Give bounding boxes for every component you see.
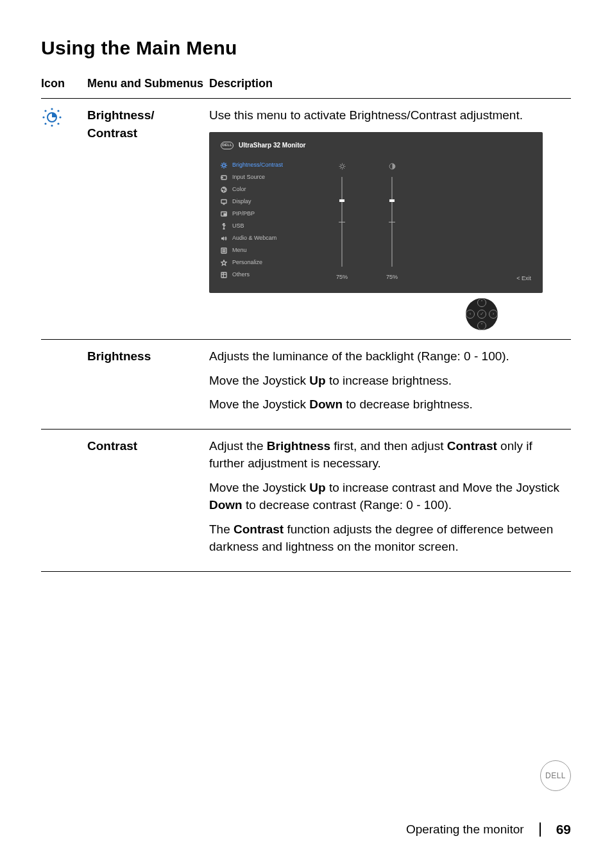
osd-menu-label: Brightness/Contrast (232, 161, 283, 169)
svg-point-6 (57, 110, 59, 112)
main-menu-table: Icon Menu and Submenus Description (41, 72, 571, 572)
osd-menu-label: Display (232, 197, 251, 206)
svg-point-2 (51, 124, 53, 126)
chevron-right-icon: › (489, 310, 498, 319)
col-header-desc: Description (209, 72, 571, 99)
svg-point-21 (223, 187, 224, 188)
osd-menu-item: Display (221, 196, 317, 208)
svg-point-4 (59, 116, 61, 118)
chevron-left-icon: ‹ (466, 310, 475, 319)
svg-line-14 (222, 163, 223, 163)
svg-point-5 (44, 110, 46, 112)
menu-brightness-contrast: Brightness/ Contrast (87, 99, 209, 340)
desc-brightness-2: Move the Joystick Up to increase brightn… (209, 372, 566, 390)
menu-contrast: Contrast (87, 429, 209, 571)
svg-point-24 (222, 190, 223, 190)
usb-icon (221, 223, 227, 230)
svg-marker-33 (221, 237, 224, 240)
osd-menu-label: Personalize (232, 258, 262, 267)
osd-menu-item: Color (221, 183, 317, 196)
osd-brightness-slider: 75% (336, 163, 348, 281)
chevron-up-icon: ˄ (477, 298, 486, 307)
svg-rect-25 (221, 199, 226, 203)
joystick-icon: ˄ ˅ ‹ › ✓ (466, 298, 498, 330)
osd-menu-item: Others (221, 269, 317, 281)
others-icon (221, 272, 227, 278)
osd-menu-label: Menu (232, 246, 247, 255)
osd-contrast-slider: 75% (386, 163, 398, 281)
svg-line-15 (225, 167, 226, 167)
osd-menu-item: Input Source (221, 171, 317, 183)
svg-point-1 (51, 108, 53, 110)
osd-menu-item: USB (221, 220, 317, 232)
desc-contrast-1: Adjust the Brightness first, and then ad… (209, 437, 566, 472)
dell-logo-icon: DELL (221, 142, 234, 149)
osd-contrast-value: 75% (386, 273, 398, 281)
desc-brightness-1: Adjusts the luminance of the backlight (… (209, 347, 566, 365)
star-icon (221, 260, 227, 266)
audio-icon (221, 235, 227, 242)
desc-contrast-2: Move the Joystick Up to increase contras… (209, 479, 566, 514)
input-icon (221, 174, 227, 181)
sun-outline-icon (339, 163, 346, 171)
display-icon (221, 199, 227, 205)
osd-menu-label: USB (232, 222, 244, 230)
table-row: Contrast Adjust the Brightness first, an… (41, 429, 571, 571)
osd-menu-item: Audio & Webcam (221, 232, 317, 244)
osd-menu-list: Brightness/Contrast Input Source Color D… (221, 159, 317, 281)
svg-line-50 (339, 168, 340, 169)
svg-point-23 (225, 190, 225, 191)
col-header-icon: Icon (41, 72, 87, 99)
contrast-circle-icon (389, 163, 396, 171)
sun-icon (221, 162, 227, 169)
svg-line-16 (225, 163, 226, 163)
brightness-contrast-icon (41, 117, 63, 131)
osd-menu-label: Input Source (232, 173, 265, 181)
chevron-down-icon: ˅ (477, 321, 486, 330)
svg-line-48 (343, 168, 344, 169)
footer-section: Operating the monitor (406, 822, 524, 837)
table-row: Brightness/ Contrast Use this menu to ac… (41, 99, 571, 340)
svg-line-49 (343, 164, 344, 165)
svg-rect-29 (224, 213, 226, 215)
osd-screenshot: DELL UltraSharp 32 Monitor Brightness/Co… (209, 132, 543, 294)
osd-exit-label: < Exit (516, 274, 531, 283)
osd-menu-item: Menu (221, 244, 317, 256)
check-icon: ✓ (477, 310, 486, 319)
color-icon (221, 187, 227, 193)
osd-menu-label: PIP/PBP (232, 210, 255, 218)
osd-title: UltraSharp 32 Monitor (239, 141, 305, 151)
svg-point-7 (44, 122, 46, 124)
svg-line-17 (222, 167, 223, 167)
svg-line-47 (339, 164, 340, 165)
dell-badge-icon: DELL (540, 760, 571, 791)
svg-point-32 (223, 228, 225, 230)
svg-point-31 (223, 223, 225, 224)
svg-point-22 (225, 188, 226, 189)
svg-rect-39 (221, 272, 226, 278)
desc-brightness-contrast-intro: Use this menu to activate Brightness/Con… (209, 106, 566, 124)
svg-point-3 (42, 116, 44, 118)
desc-contrast-3: The Contrast function adjusts the degree… (209, 521, 566, 556)
menu-brightness: Brightness (87, 340, 209, 430)
col-header-menu: Menu and Submenus (87, 72, 209, 99)
svg-marker-38 (221, 260, 226, 265)
osd-menu-label: Others (232, 271, 250, 279)
table-row: Brightness Adjusts the luminance of the … (41, 340, 571, 430)
svg-point-9 (223, 163, 226, 167)
osd-menu-item: Personalize (221, 256, 317, 269)
osd-menu-item: PIP/PBP (221, 208, 317, 220)
svg-point-8 (57, 122, 59, 124)
osd-menu-label: Color (232, 185, 246, 194)
page-title: Using the Main Menu (41, 37, 571, 59)
menu-icon (221, 247, 227, 254)
footer-page-number: 69 (556, 822, 571, 837)
osd-menu-label: Audio & Webcam (232, 234, 276, 242)
page-footer: Operating the monitor 69 (406, 822, 571, 837)
osd-brightness-value: 75% (336, 273, 348, 281)
svg-point-42 (341, 165, 344, 168)
footer-separator (540, 822, 541, 837)
pip-icon (221, 211, 227, 217)
desc-brightness-3: Move the Joystick Down to decrease brigh… (209, 396, 566, 413)
osd-menu-item: Brightness/Contrast (221, 159, 317, 171)
